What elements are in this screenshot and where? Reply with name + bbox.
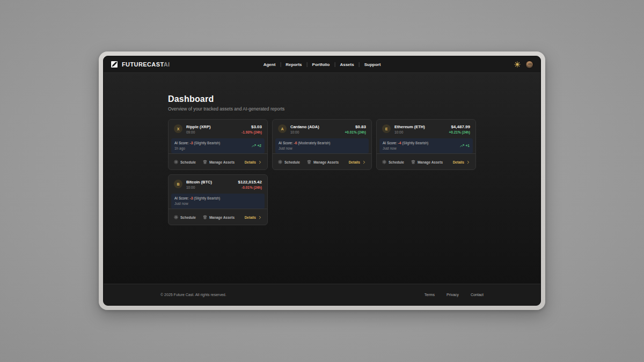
ai-score-panel: AI Score: -4 (Slightly Bearish) Just now… [379, 138, 473, 153]
card-actions: Schedule Manage Assets Details [273, 153, 371, 170]
trash-icon [203, 160, 207, 164]
gear-icon [174, 160, 178, 164]
nav-item-agent[interactable]: Agent [259, 62, 281, 67]
copyright-text: © 2025 Future Cast. All rights reserved. [160, 293, 226, 297]
schedule-button[interactable]: Schedule [278, 160, 300, 164]
card-header: B Bitcoin (BTC) 10:00 $122,015.42 -0.01%… [169, 180, 267, 190]
details-button[interactable]: Details [245, 216, 262, 219]
ai-score-panel: AI Score: -6 (Moderately Bearish) Just n… [275, 138, 369, 153]
manage-assets-button[interactable]: Manage Assets [203, 160, 235, 164]
coin-change: -0.01% (24h) [238, 185, 262, 190]
trend-indicator: +2 [252, 144, 261, 148]
ai-score-label: AI Score: [174, 196, 189, 200]
brand-logo[interactable]: FUTURECASTAI [111, 61, 170, 68]
schedule-button[interactable]: Schedule [174, 215, 196, 219]
ai-updated: Just now [174, 201, 220, 206]
coin-price: $4,487.99 [449, 124, 470, 129]
footer-link-privacy[interactable]: Privacy [447, 293, 459, 297]
top-navigation-bar: FUTURECASTAI Agent Reports Portfolio Ass… [104, 56, 540, 73]
schedule-button[interactable]: Schedule [382, 160, 404, 164]
sun-icon[interactable] [514, 61, 521, 68]
asset-card-btc: B Bitcoin (BTC) 10:00 $122,015.42 -0.01%… [168, 174, 268, 225]
footer-links: Terms Privacy Contact [425, 293, 484, 297]
ai-score-label: AI Score: [174, 141, 189, 145]
page-subtitle: Overview of your tracked assets and AI-g… [168, 106, 476, 112]
coin-change: -1.93% (24h) [241, 130, 262, 135]
card-actions: Schedule Manage Assets Details [169, 209, 267, 225]
manage-assets-button[interactable]: Manage Assets [203, 215, 235, 219]
ai-updated: Just now [383, 146, 428, 151]
coin-badge: X [174, 124, 182, 133]
ai-score-value: -6 [294, 141, 297, 145]
ai-score-label: AI Score: [383, 141, 397, 145]
trash-icon [307, 160, 311, 164]
coin-badge: E [382, 124, 391, 133]
coin-name: Ethereum (ETH) [394, 124, 425, 129]
ai-score-value: -4 [398, 141, 401, 145]
brand-wordmark: FUTURECASTAI [122, 61, 170, 68]
nav-item-portfolio[interactable]: Portfolio [308, 62, 335, 67]
schedule-button[interactable]: Schedule [174, 160, 196, 164]
coin-time: 10:00 [394, 130, 425, 135]
avatar[interactable] [525, 61, 533, 69]
pen-logo-icon [111, 61, 118, 68]
coin-name: Ripple (XRP) [186, 124, 210, 129]
topbar-actions [514, 61, 533, 69]
asset-card-ada: A Cardano (ADA) 10:00 $0.83 +0.01% (24h) [272, 119, 372, 170]
card-header: X Ripple (XRP) 09:00 $3.03 -1.93% (24h) [169, 124, 267, 135]
footer-link-terms[interactable]: Terms [425, 293, 435, 297]
coin-change: +0.21% (24h) [449, 130, 470, 135]
ai-score-label: AI Score: [279, 141, 293, 145]
gear-icon [278, 160, 282, 164]
ai-sentiment: (Slightly Bearish) [194, 141, 220, 145]
coin-name: Bitcoin (BTC) [186, 180, 212, 184]
coin-price: $0.83 [345, 124, 366, 129]
coin-price: $122,015.42 [238, 180, 262, 184]
chevron-right-icon [362, 160, 366, 164]
nav-item-reports[interactable]: Reports [281, 62, 306, 67]
ai-score-panel: AI Score: -3 (Slightly Bearish) 1h ago +… [171, 138, 265, 153]
footer-link-contact[interactable]: Contact [471, 293, 484, 297]
card-actions: Schedule Manage Assets Details [377, 153, 475, 170]
ai-sentiment: (Slightly Bearish) [402, 141, 428, 145]
details-button[interactable]: Details [245, 160, 262, 164]
ai-sentiment: (Moderately Bearish) [298, 141, 330, 145]
coin-badge: B [174, 180, 182, 188]
card-actions: Schedule Manage Assets Details [169, 153, 267, 170]
details-button[interactable]: Details [453, 160, 470, 164]
app-window: FUTURECASTAI Agent Reports Portfolio Ass… [99, 51, 545, 310]
nav-item-support[interactable]: Support [360, 62, 386, 67]
chevron-right-icon [258, 216, 262, 219]
coin-time: 10:00 [290, 130, 319, 135]
ai-updated: 1h ago [174, 146, 220, 151]
trash-icon [411, 160, 415, 164]
trash-icon [203, 215, 207, 219]
page-title: Dashboard [168, 94, 476, 104]
gear-icon [174, 215, 178, 219]
coin-change: +0.01% (24h) [345, 130, 366, 135]
gear-icon [382, 160, 386, 164]
main-content: Dashboard Overview of your tracked asset… [104, 73, 540, 284]
coin-badge: A [278, 124, 287, 133]
ai-score-panel: AI Score: -3 (Slightly Bearish) Just now [171, 194, 265, 209]
nav-item-assets[interactable]: Assets [335, 62, 358, 67]
asset-cards-grid: X Ripple (XRP) 09:00 $3.03 -1.93% (24h) [168, 119, 476, 225]
coin-name: Cardano (ADA) [290, 124, 319, 129]
card-header: A Cardano (ADA) 10:00 $0.83 +0.01% (24h) [273, 124, 371, 135]
ai-score-value: -3 [190, 141, 193, 145]
chevron-right-icon [466, 160, 470, 164]
chevron-right-icon [258, 160, 262, 164]
asset-card-eth: E Ethereum (ETH) 10:00 $4,487.99 +0.21% … [376, 119, 476, 170]
coin-time: 09:00 [186, 130, 210, 135]
coin-price: $3.03 [241, 124, 262, 129]
coin-time: 10:00 [186, 185, 212, 190]
trend-indicator: +1 [460, 144, 470, 148]
ai-score-value: -3 [190, 196, 193, 200]
manage-assets-button[interactable]: Manage Assets [307, 160, 339, 164]
ai-updated: Just now [279, 146, 330, 151]
asset-card-xrp: X Ripple (XRP) 09:00 $3.03 -1.93% (24h) [168, 119, 268, 170]
trending-up-icon [460, 144, 464, 148]
main-nav: Agent Reports Portfolio Assets Support [259, 62, 386, 67]
details-button[interactable]: Details [349, 160, 366, 164]
manage-assets-button[interactable]: Manage Assets [411, 160, 443, 164]
